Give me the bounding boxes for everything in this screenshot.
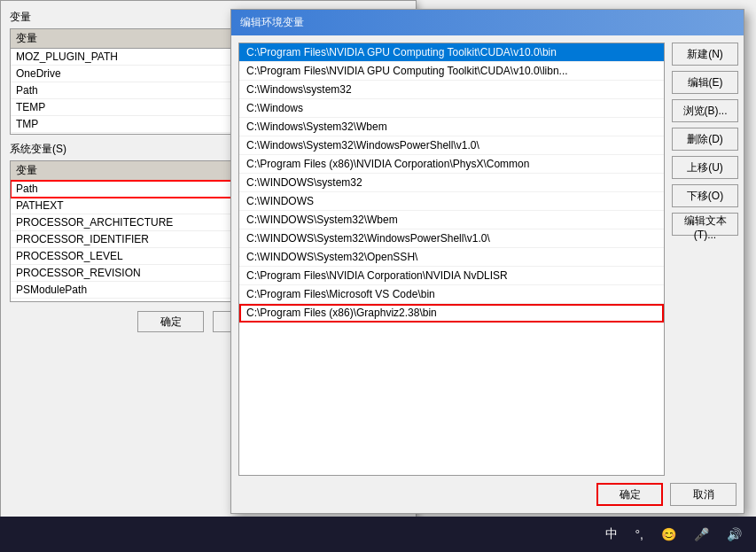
path-list-item[interactable]: C:\WINDOWS\System32\WindowsPowerShell\v1… — [239, 229, 664, 248]
path-list-item[interactable]: C:\Program Files\NVIDIA GPU Computing To… — [239, 43, 664, 62]
path-list-item[interactable]: C:\Program Files\NVIDIA GPU Computing To… — [239, 62, 664, 81]
path-list-item[interactable]: C:\Program Files (x86)\NVIDIA Corporatio… — [239, 155, 664, 174]
path-list-item[interactable]: C:\WINDOWS\system32 — [239, 174, 664, 192]
path-action-buttons: 新建(N)编辑(E)浏览(B)...删除(D)上移(U)下移(O)编辑文本(T)… — [668, 35, 744, 483]
env-ok-button[interactable]: 确定 — [137, 311, 204, 332]
user-var-col-header: 变量 — [11, 29, 228, 49]
path-list-item[interactable]: C:\Windows — [239, 99, 664, 118]
path-cancel-button[interactable]: 取消 — [670, 483, 737, 506]
path-ok-button[interactable]: 确定 — [596, 483, 663, 506]
new-button[interactable]: 新建(N) — [672, 43, 738, 66]
sys-var-col-header: 变量 — [11, 161, 228, 181]
move-up-button[interactable]: 上移(U) — [672, 156, 738, 179]
path-list[interactable]: C:\Program Files\NVIDIA GPU Computing To… — [238, 43, 665, 476]
move-down-button[interactable]: 下移(O) — [672, 184, 738, 207]
path-dialog: 编辑环境变量 C:\Program Files\NVIDIA GPU Compu… — [230, 9, 744, 514]
path-dialog-bottom: 确定 取消 — [231, 483, 744, 513]
path-list-item[interactable]: C:\Windows\System32\Wbem — [239, 118, 664, 136]
path-list-item[interactable]: C:\Windows\system32 — [239, 81, 664, 99]
path-list-item[interactable]: C:\Program Files\NVIDIA Corporation\NVID… — [239, 267, 664, 285]
edit-button[interactable]: 编辑(E) — [672, 71, 738, 94]
taskbar: 中 °, 😊 🎤 🔊 — [0, 517, 756, 552]
path-list-item[interactable]: C:\WINDOWS\System32\OpenSSH\ — [239, 248, 664, 267]
taskbar-emoji[interactable]: 😊 — [656, 525, 682, 543]
edit-text-button[interactable]: 编辑文本(T)... — [672, 213, 738, 236]
taskbar-lang[interactable]: 中 — [600, 525, 623, 544]
path-list-item[interactable]: C:\Program Files (x86)\Graphviz2.38\bin — [239, 304, 664, 323]
browse-button[interactable]: 浏览(B)... — [672, 99, 738, 122]
delete-button[interactable]: 删除(D) — [672, 128, 738, 151]
path-list-item[interactable]: C:\Program Files\Microsoft VS Code\bin — [239, 285, 664, 304]
taskbar-volume[interactable]: 🔊 — [721, 525, 747, 543]
path-list-item[interactable]: C:\WINDOWS — [239, 192, 664, 211]
path-list-item[interactable]: C:\Windows\System32\WindowsPowerShell\v1… — [239, 136, 664, 155]
path-dialog-title: 编辑环境变量 — [231, 10, 744, 35]
taskbar-mic[interactable]: 🎤 — [689, 525, 714, 543]
path-list-item[interactable]: C:\WINDOWS\System32\Wbem — [239, 211, 664, 229]
taskbar-weather: °, — [630, 525, 650, 543]
